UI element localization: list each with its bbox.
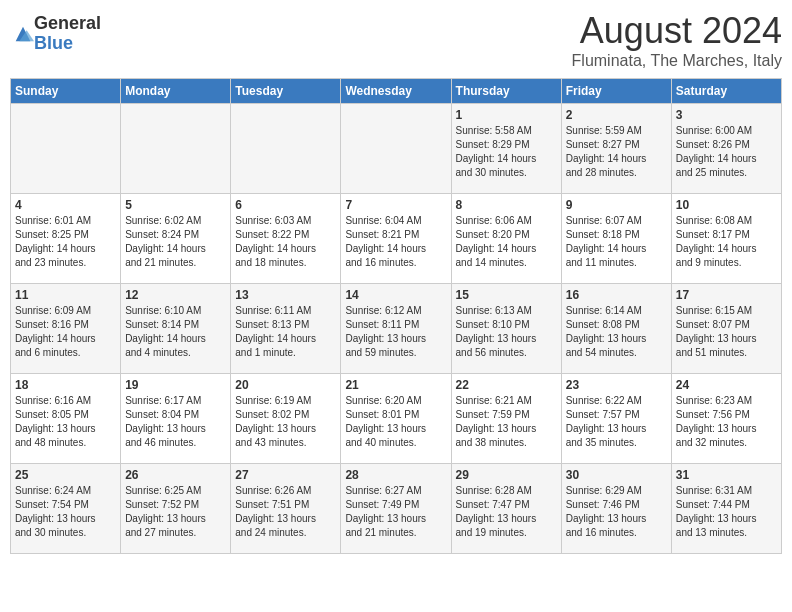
- day-number: 9: [566, 198, 667, 212]
- header-day-saturday: Saturday: [671, 79, 781, 104]
- day-info: Sunrise: 6:08 AM Sunset: 8:17 PM Dayligh…: [676, 214, 777, 270]
- day-info: Sunrise: 6:21 AM Sunset: 7:59 PM Dayligh…: [456, 394, 557, 450]
- day-info: Sunrise: 6:12 AM Sunset: 8:11 PM Dayligh…: [345, 304, 446, 360]
- day-info: Sunrise: 6:24 AM Sunset: 7:54 PM Dayligh…: [15, 484, 116, 540]
- calendar-cell: 19Sunrise: 6:17 AM Sunset: 8:04 PM Dayli…: [121, 374, 231, 464]
- day-info: Sunrise: 6:16 AM Sunset: 8:05 PM Dayligh…: [15, 394, 116, 450]
- calendar-cell: [341, 104, 451, 194]
- day-info: Sunrise: 6:00 AM Sunset: 8:26 PM Dayligh…: [676, 124, 777, 180]
- calendar-cell: 14Sunrise: 6:12 AM Sunset: 8:11 PM Dayli…: [341, 284, 451, 374]
- day-number: 10: [676, 198, 777, 212]
- calendar-cell: 28Sunrise: 6:27 AM Sunset: 7:49 PM Dayli…: [341, 464, 451, 554]
- day-info: Sunrise: 6:14 AM Sunset: 8:08 PM Dayligh…: [566, 304, 667, 360]
- day-number: 21: [345, 378, 446, 392]
- day-number: 3: [676, 108, 777, 122]
- day-number: 31: [676, 468, 777, 482]
- day-info: Sunrise: 6:13 AM Sunset: 8:10 PM Dayligh…: [456, 304, 557, 360]
- day-info: Sunrise: 6:19 AM Sunset: 8:02 PM Dayligh…: [235, 394, 336, 450]
- header-row: SundayMondayTuesdayWednesdayThursdayFrid…: [11, 79, 782, 104]
- day-info: Sunrise: 6:07 AM Sunset: 8:18 PM Dayligh…: [566, 214, 667, 270]
- header-day-friday: Friday: [561, 79, 671, 104]
- day-info: Sunrise: 6:10 AM Sunset: 8:14 PM Dayligh…: [125, 304, 226, 360]
- day-number: 26: [125, 468, 226, 482]
- day-number: 11: [15, 288, 116, 302]
- day-number: 29: [456, 468, 557, 482]
- calendar-cell: 22Sunrise: 6:21 AM Sunset: 7:59 PM Dayli…: [451, 374, 561, 464]
- day-info: Sunrise: 6:27 AM Sunset: 7:49 PM Dayligh…: [345, 484, 446, 540]
- day-number: 27: [235, 468, 336, 482]
- day-number: 15: [456, 288, 557, 302]
- day-number: 22: [456, 378, 557, 392]
- calendar-cell: 2Sunrise: 5:59 AM Sunset: 8:27 PM Daylig…: [561, 104, 671, 194]
- day-number: 24: [676, 378, 777, 392]
- calendar-cell: 1Sunrise: 5:58 AM Sunset: 8:29 PM Daylig…: [451, 104, 561, 194]
- calendar-cell: 16Sunrise: 6:14 AM Sunset: 8:08 PM Dayli…: [561, 284, 671, 374]
- day-number: 5: [125, 198, 226, 212]
- day-info: Sunrise: 6:23 AM Sunset: 7:56 PM Dayligh…: [676, 394, 777, 450]
- week-row-1: 4Sunrise: 6:01 AM Sunset: 8:25 PM Daylig…: [11, 194, 782, 284]
- day-info: Sunrise: 6:31 AM Sunset: 7:44 PM Dayligh…: [676, 484, 777, 540]
- calendar-cell: 12Sunrise: 6:10 AM Sunset: 8:14 PM Dayli…: [121, 284, 231, 374]
- day-info: Sunrise: 6:01 AM Sunset: 8:25 PM Dayligh…: [15, 214, 116, 270]
- calendar-cell: [121, 104, 231, 194]
- day-info: Sunrise: 6:03 AM Sunset: 8:22 PM Dayligh…: [235, 214, 336, 270]
- calendar-cell: [11, 104, 121, 194]
- day-number: 1: [456, 108, 557, 122]
- location-title: Fluminata, The Marches, Italy: [572, 52, 782, 70]
- day-info: Sunrise: 6:29 AM Sunset: 7:46 PM Dayligh…: [566, 484, 667, 540]
- calendar-header: SundayMondayTuesdayWednesdayThursdayFrid…: [11, 79, 782, 104]
- day-number: 18: [15, 378, 116, 392]
- calendar-cell: 13Sunrise: 6:11 AM Sunset: 8:13 PM Dayli…: [231, 284, 341, 374]
- calendar-cell: 7Sunrise: 6:04 AM Sunset: 8:21 PM Daylig…: [341, 194, 451, 284]
- week-row-2: 11Sunrise: 6:09 AM Sunset: 8:16 PM Dayli…: [11, 284, 782, 374]
- day-info: Sunrise: 6:22 AM Sunset: 7:57 PM Dayligh…: [566, 394, 667, 450]
- day-number: 20: [235, 378, 336, 392]
- day-info: Sunrise: 6:09 AM Sunset: 8:16 PM Dayligh…: [15, 304, 116, 360]
- calendar-cell: 20Sunrise: 6:19 AM Sunset: 8:02 PM Dayli…: [231, 374, 341, 464]
- calendar-cell: 21Sunrise: 6:20 AM Sunset: 8:01 PM Dayli…: [341, 374, 451, 464]
- day-number: 13: [235, 288, 336, 302]
- calendar-cell: 10Sunrise: 6:08 AM Sunset: 8:17 PM Dayli…: [671, 194, 781, 284]
- day-number: 30: [566, 468, 667, 482]
- header-day-monday: Monday: [121, 79, 231, 104]
- calendar-cell: 8Sunrise: 6:06 AM Sunset: 8:20 PM Daylig…: [451, 194, 561, 284]
- header-area: General Blue August 2024 Fluminata, The …: [10, 10, 782, 70]
- day-number: 17: [676, 288, 777, 302]
- calendar-cell: 29Sunrise: 6:28 AM Sunset: 7:47 PM Dayli…: [451, 464, 561, 554]
- calendar-cell: 15Sunrise: 6:13 AM Sunset: 8:10 PM Dayli…: [451, 284, 561, 374]
- logo: General Blue: [10, 14, 101, 54]
- day-info: Sunrise: 6:26 AM Sunset: 7:51 PM Dayligh…: [235, 484, 336, 540]
- day-number: 16: [566, 288, 667, 302]
- day-info: Sunrise: 6:02 AM Sunset: 8:24 PM Dayligh…: [125, 214, 226, 270]
- day-number: 19: [125, 378, 226, 392]
- calendar-cell: 24Sunrise: 6:23 AM Sunset: 7:56 PM Dayli…: [671, 374, 781, 464]
- day-info: Sunrise: 6:15 AM Sunset: 8:07 PM Dayligh…: [676, 304, 777, 360]
- calendar-cell: 18Sunrise: 6:16 AM Sunset: 8:05 PM Dayli…: [11, 374, 121, 464]
- calendar-cell: 9Sunrise: 6:07 AM Sunset: 8:18 PM Daylig…: [561, 194, 671, 284]
- title-area: August 2024 Fluminata, The Marches, Ital…: [572, 10, 782, 70]
- day-info: Sunrise: 6:04 AM Sunset: 8:21 PM Dayligh…: [345, 214, 446, 270]
- header-day-tuesday: Tuesday: [231, 79, 341, 104]
- day-info: Sunrise: 6:20 AM Sunset: 8:01 PM Dayligh…: [345, 394, 446, 450]
- day-number: 14: [345, 288, 446, 302]
- calendar-cell: 26Sunrise: 6:25 AM Sunset: 7:52 PM Dayli…: [121, 464, 231, 554]
- logo-icon: [12, 23, 34, 45]
- calendar-cell: 30Sunrise: 6:29 AM Sunset: 7:46 PM Dayli…: [561, 464, 671, 554]
- calendar-table: SundayMondayTuesdayWednesdayThursdayFrid…: [10, 78, 782, 554]
- day-info: Sunrise: 5:59 AM Sunset: 8:27 PM Dayligh…: [566, 124, 667, 180]
- calendar-cell: 6Sunrise: 6:03 AM Sunset: 8:22 PM Daylig…: [231, 194, 341, 284]
- logo-blue: Blue: [34, 34, 101, 54]
- week-row-4: 25Sunrise: 6:24 AM Sunset: 7:54 PM Dayli…: [11, 464, 782, 554]
- day-number: 6: [235, 198, 336, 212]
- day-number: 28: [345, 468, 446, 482]
- day-number: 25: [15, 468, 116, 482]
- logo-text: General Blue: [34, 14, 101, 54]
- calendar-cell: 3Sunrise: 6:00 AM Sunset: 8:26 PM Daylig…: [671, 104, 781, 194]
- day-number: 8: [456, 198, 557, 212]
- calendar-cell: 11Sunrise: 6:09 AM Sunset: 8:16 PM Dayli…: [11, 284, 121, 374]
- calendar-body: 1Sunrise: 5:58 AM Sunset: 8:29 PM Daylig…: [11, 104, 782, 554]
- header-day-sunday: Sunday: [11, 79, 121, 104]
- day-number: 12: [125, 288, 226, 302]
- calendar-cell: 31Sunrise: 6:31 AM Sunset: 7:44 PM Dayli…: [671, 464, 781, 554]
- calendar-cell: 17Sunrise: 6:15 AM Sunset: 8:07 PM Dayli…: [671, 284, 781, 374]
